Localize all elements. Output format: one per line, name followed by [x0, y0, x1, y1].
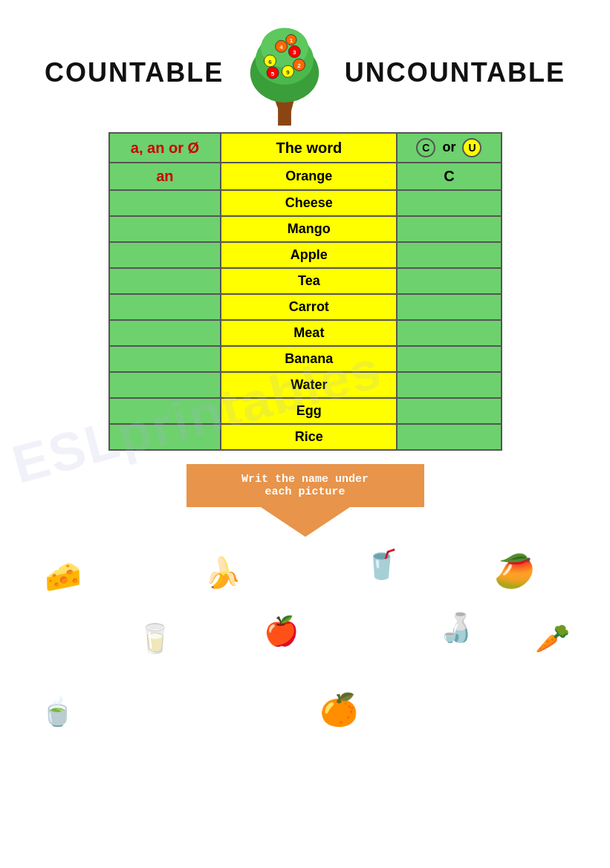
word-cell: Meat: [221, 320, 397, 346]
answer-cell-right: [397, 320, 501, 346]
cheese-icon: 🧀: [45, 559, 82, 594]
svg-text:5: 5: [270, 71, 274, 77]
table-row: Apple: [109, 242, 502, 268]
main-table-wrapper: a, an or Ø The word C or U anOrangeCChee…: [0, 132, 610, 451]
banana-icon: 🍌: [204, 555, 241, 590]
instruction-area: Writ the name under each picture: [0, 464, 610, 537]
table-row: Meat: [109, 320, 502, 346]
tea-icon: 🥤: [364, 548, 399, 581]
pictures-area: 🧀 🍌 🥭 🥤 🥛 🍎 🍶 🥕 🍵 🍊: [0, 544, 610, 812]
instruction-box: Writ the name under each picture: [186, 464, 424, 507]
word-cell: Apple: [221, 242, 397, 268]
table-row: Tea: [109, 268, 502, 294]
word-cell: Tea: [221, 268, 397, 294]
answer-cell-left: an: [109, 163, 221, 190]
uncountable-title: UNCOUNTABLE: [345, 57, 565, 88]
word-cell: Rice: [221, 424, 397, 450]
answer-cell-left: [109, 216, 221, 242]
answer-cell-right: [397, 294, 501, 320]
table-row: Water: [109, 372, 502, 398]
answer-cell-left: [109, 242, 221, 268]
word-cell: Carrot: [221, 294, 397, 320]
answer-cell-left: [109, 268, 221, 294]
answer-cell-left: [109, 190, 221, 216]
apple-icon: 🍎: [264, 615, 299, 647]
answer-cell-left: [109, 320, 221, 346]
col-header-mid: The word: [221, 133, 397, 163]
answer-cell-right: [397, 424, 501, 450]
svg-text:6: 6: [268, 59, 272, 65]
svg-text:2: 2: [297, 62, 301, 69]
table-row: Rice: [109, 424, 502, 450]
word-cell: Orange: [221, 163, 397, 190]
instruction-line2: each picture: [265, 486, 345, 498]
instruction-line1: Writ the name under: [241, 473, 369, 486]
instruction-arrow: [261, 507, 350, 537]
teabag-icon: 🍵: [41, 696, 74, 728]
milk-icon: 🥛: [137, 622, 172, 655]
word-cell: Mango: [221, 216, 397, 242]
svg-text:1: 1: [289, 37, 293, 44]
answer-cell-right: [397, 372, 501, 398]
col-header-right: C or U: [397, 133, 501, 163]
carrot-icon: 🥕: [535, 622, 570, 655]
answer-cell-right: [397, 346, 501, 372]
u-circle-icon: U: [462, 138, 481, 157]
water-icon: 🍶: [438, 611, 473, 644]
exercise-table: a, an or Ø The word C or U anOrangeCChee…: [108, 132, 502, 451]
svg-text:3: 3: [293, 49, 296, 56]
word-cell: Banana: [221, 346, 397, 372]
answer-cell-left: [109, 294, 221, 320]
word-cell: Water: [221, 372, 397, 398]
answer-cell-right: [397, 242, 501, 268]
answer-cell-right: C: [397, 163, 501, 190]
table-row: anOrangeC: [109, 163, 502, 190]
answer-cell-left: [109, 398, 221, 424]
word-cell: Cheese: [221, 190, 397, 216]
answer-cell-right: [397, 398, 501, 424]
page-header: COUNTABLE 6 4 3 2 9 5 1 UNCOUNTABLE: [0, 0, 610, 132]
table-row: Banana: [109, 346, 502, 372]
tree-icon: 6 4 3 2 9 5 1: [240, 13, 329, 132]
or-label: or: [442, 140, 455, 154]
table-row: Mango: [109, 216, 502, 242]
c-circle-icon: C: [416, 138, 435, 157]
svg-text:9: 9: [286, 69, 290, 76]
answer-cell-left: [109, 372, 221, 398]
col-header-left: a, an or Ø: [109, 133, 221, 163]
countable-title: COUNTABLE: [45, 57, 224, 88]
mango-icon: 🥭: [494, 552, 535, 590]
table-row: Cheese: [109, 190, 502, 216]
answer-cell-left: [109, 424, 221, 450]
answer-cell-right: [397, 216, 501, 242]
svg-text:4: 4: [279, 44, 283, 50]
table-row: Egg: [109, 398, 502, 424]
table-row: Carrot: [109, 294, 502, 320]
answer-cell-right: [397, 268, 501, 294]
orange-icon: 🍊: [319, 691, 358, 728]
answer-cell-left: [109, 346, 221, 372]
answer-cell-right: [397, 190, 501, 216]
word-cell: Egg: [221, 398, 397, 424]
